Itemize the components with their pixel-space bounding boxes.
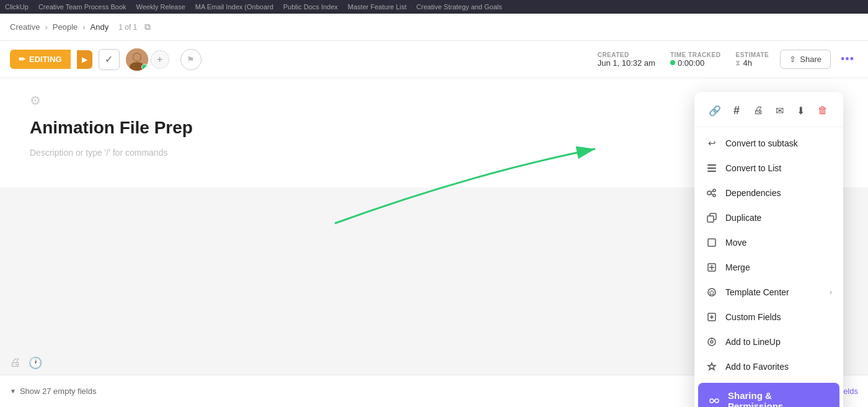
- print-icon: 🖨: [753, 105, 763, 116]
- estimate-clock-icon: ⧗: [735, 58, 740, 67]
- svg-line-11: [711, 191, 713, 193]
- meta-time-tracked: TIME TRACKED 0:00:00: [670, 51, 721, 68]
- svg-point-8: [707, 191, 711, 195]
- custom-fields-item[interactable]: Custom Fields: [694, 305, 843, 329]
- dependencies-item[interactable]: Dependencies: [694, 181, 843, 205]
- add-favorites-icon: [706, 360, 718, 373]
- sharing-permissions-item[interactable]: Sharing & Permissions: [698, 383, 839, 407]
- svg-point-10: [713, 194, 715, 197]
- share-label: Share: [800, 55, 822, 64]
- show-fields-button[interactable]: ▼ Show 27 empty fields: [10, 387, 96, 396]
- show-fields-label: Show 27 empty fields: [20, 387, 97, 396]
- top-tab-clickup[interactable]: ClickUp: [5, 3, 29, 11]
- editing-label: EDITING: [29, 55, 62, 64]
- svg-rect-7: [707, 171, 716, 172]
- dropdown-items: ↩ Convert to subtask Convert to List: [694, 127, 843, 407]
- meta-estimate: ESTIMATE ⧗ 4h: [735, 51, 769, 68]
- svg-rect-6: [707, 168, 716, 169]
- trash-icon-btn[interactable]: 🗑: [813, 101, 833, 120]
- svg-rect-14: [707, 216, 714, 222]
- move-item[interactable]: Move: [694, 230, 843, 255]
- breadcrumb-sep-2: ›: [82, 22, 85, 32]
- template-center-chevron: ›: [830, 288, 832, 297]
- download-icon-btn[interactable]: ⬇: [791, 101, 811, 120]
- template-center-label: Template Center: [725, 287, 822, 297]
- convert-list-item[interactable]: Convert to List: [694, 156, 843, 181]
- chevron-down-icon: ▼: [10, 388, 16, 395]
- more-dots-icon: •••: [841, 53, 854, 66]
- print-icon-btn[interactable]: 🖨: [748, 101, 768, 120]
- created-value: Jun 1, 10:32 am: [598, 58, 655, 68]
- more-options-button[interactable]: •••: [837, 49, 858, 70]
- top-tab-ma-email[interactable]: MA Email Index (Onboard: [195, 3, 273, 11]
- download-icon: ⬇: [797, 105, 805, 117]
- email-icon: ✉: [776, 105, 784, 117]
- avatar: [126, 48, 148, 71]
- dropdown-icon-bar: 🔗 # 🖨 ✉ ⬇ 🗑: [694, 92, 843, 127]
- flag-icon: ⚑: [187, 55, 195, 65]
- custom-fields-icon: [706, 311, 718, 323]
- duplicate-label: Duplicate: [725, 213, 832, 223]
- merge-icon: [706, 261, 718, 274]
- svg-point-24: [710, 399, 714, 403]
- estimate-value: ⧗ 4h: [735, 58, 769, 68]
- dependencies-icon: [706, 187, 718, 199]
- editing-dropdown-button[interactable]: ▶: [77, 50, 92, 69]
- dropdown-menu: 🔗 # 🖨 ✉ ⬇ 🗑 ↩ Convert to subtask: [694, 92, 843, 407]
- estimate-label: ESTIMATE: [735, 51, 769, 58]
- time-tracking-dot: [670, 60, 675, 65]
- breadcrumb-creative[interactable]: Creative: [10, 22, 40, 32]
- move-label: Move: [725, 238, 832, 248]
- top-tabs-bar: ClickUp Creative Team Process Book Weekl…: [0, 0, 868, 14]
- breadcrumb-andy[interactable]: Andy: [91, 22, 109, 32]
- share-icon: ⇧: [789, 55, 796, 64]
- check-icon: ✓: [105, 53, 113, 65]
- template-center-icon: [706, 286, 718, 298]
- copy-link-icon[interactable]: ⧉: [144, 22, 151, 32]
- link-icon-btn[interactable]: 🔗: [705, 101, 725, 120]
- convert-list-icon: [706, 162, 718, 174]
- template-center-item[interactable]: Template Center ›: [694, 280, 843, 305]
- top-tab-master-feature[interactable]: Master Feature List: [348, 3, 407, 11]
- check-button[interactable]: ✓: [99, 49, 120, 70]
- top-tab-creative-strategy[interactable]: Creative Strategy and Goals: [417, 3, 502, 11]
- convert-subtask-icon: ↩: [706, 137, 718, 150]
- svg-rect-15: [708, 239, 715, 246]
- editing-button[interactable]: ✏ EDITING: [10, 50, 71, 69]
- sharing-label: Sharing & Permissions: [728, 390, 830, 407]
- add-lineup-icon: [706, 336, 718, 348]
- top-tab-creative-team[interactable]: Creative Team Process Book: [38, 3, 126, 11]
- add-lineup-label: Add to LineUp: [725, 337, 832, 347]
- breadcrumb-bar: Creative › People › Andy 1 of 1 ⧉: [0, 14, 868, 41]
- add-member-button[interactable]: +: [151, 50, 169, 69]
- history-icon[interactable]: 🕐: [29, 356, 42, 370]
- svg-point-25: [715, 399, 719, 403]
- convert-list-label: Convert to List: [725, 163, 832, 173]
- avatar-group: +: [126, 48, 169, 71]
- meta-created: CREATED Jun 1, 10:32 am: [598, 51, 655, 68]
- flag-button[interactable]: ⚑: [180, 49, 202, 70]
- convert-subtask-item[interactable]: ↩ Convert to subtask: [694, 131, 843, 156]
- add-lineup-item[interactable]: Add to LineUp: [694, 329, 843, 354]
- add-favorites-item[interactable]: Add to Favorites: [694, 354, 843, 379]
- print-page-icon[interactable]: 🖨: [10, 356, 21, 370]
- duplicate-item[interactable]: Duplicate: [694, 205, 843, 230]
- created-label: CREATED: [598, 51, 655, 58]
- breadcrumb-count: 1 of 1: [118, 23, 137, 32]
- dependencies-label: Dependencies: [725, 188, 832, 198]
- svg-rect-5: [707, 164, 716, 166]
- email-icon-btn[interactable]: ✉: [769, 101, 789, 120]
- add-favorites-label: Add to Favorites: [725, 362, 832, 372]
- convert-subtask-label: Convert to subtask: [725, 138, 832, 148]
- merge-label: Merge: [725, 262, 832, 272]
- merge-item[interactable]: Merge: [694, 255, 843, 280]
- hash-icon-btn[interactable]: #: [727, 101, 746, 120]
- share-button[interactable]: ⇧ Share: [780, 50, 831, 69]
- breadcrumb-people[interactable]: People: [53, 22, 78, 32]
- toolbar: ✏ EDITING ▶ ✓ + ⚑ CREATED Jun 1, 10:32 a: [0, 41, 868, 78]
- hash-icon: #: [733, 104, 740, 117]
- move-icon: [706, 236, 718, 249]
- meta-section: CREATED Jun 1, 10:32 am TIME TRACKED 0:0…: [593, 49, 774, 70]
- top-tab-public-docs[interactable]: Public Docs Index: [283, 3, 338, 11]
- top-tab-weekly-release[interactable]: Weekly Release: [136, 3, 185, 11]
